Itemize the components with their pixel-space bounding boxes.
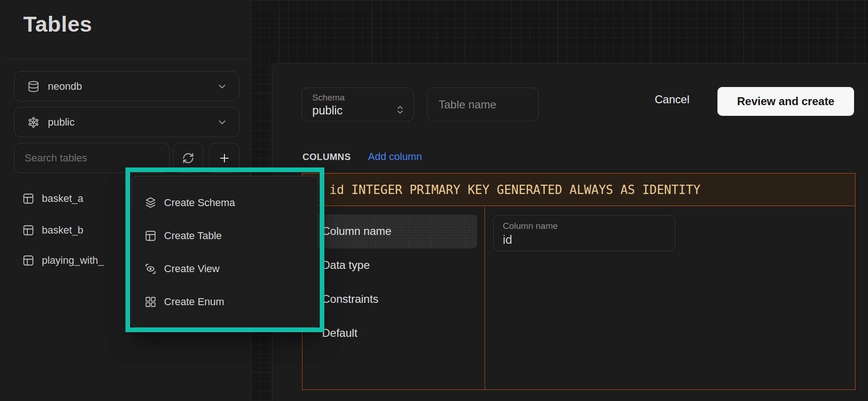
- chevron-down-icon: [217, 81, 228, 92]
- chevrons-up-down-icon: [395, 99, 405, 121]
- tab-constraints[interactable]: Constraints: [310, 282, 477, 316]
- chevron-down-icon: [217, 117, 228, 128]
- refresh-icon: [182, 152, 194, 164]
- table-name-input[interactable]: [427, 87, 539, 121]
- schema-select-sidebar[interactable]: public: [14, 107, 239, 137]
- schema-icon: [27, 116, 39, 128]
- tab-column-name[interactable]: Column name: [310, 214, 477, 248]
- columns-section-heading: COLUMNS: [302, 152, 351, 162]
- cancel-button[interactable]: Cancel: [655, 93, 690, 106]
- view-icon: [145, 263, 157, 275]
- column-sql-row[interactable]: id INTEGER PRIMARY KEY GENERATED ALWAYS …: [302, 174, 855, 206]
- database-select[interactable]: neondb: [14, 71, 239, 101]
- tab-data-type[interactable]: Data type: [310, 248, 477, 282]
- database-icon: [27, 80, 39, 93]
- database-select-value: neondb: [48, 80, 208, 93]
- menu-item-create-table[interactable]: Create Table: [132, 219, 318, 252]
- menu-item-create-enum[interactable]: Create Enum: [132, 285, 318, 318]
- menu-item-create-schema[interactable]: Create Schema: [132, 186, 318, 219]
- schema-select-sidebar-value: public: [48, 116, 208, 128]
- tab-default[interactable]: Default: [310, 316, 477, 350]
- column-editor: id INTEGER PRIMARY KEY GENERATED ALWAYS …: [302, 173, 855, 390]
- schema-select[interactable]: Schema public: [302, 87, 414, 121]
- column-editor-tabs: Column name Data type Constraints Defaul…: [302, 207, 485, 390]
- menu-item-label: Create Schema: [164, 197, 235, 209]
- review-and-create-button[interactable]: Review and create: [717, 87, 854, 116]
- column-editor-field-pane: Column name id: [485, 207, 855, 390]
- menu-item-create-view[interactable]: Create View: [132, 252, 318, 285]
- sidebar-divider: [4, 59, 251, 60]
- table-name: basket_a: [42, 193, 83, 205]
- table-name: playing_with_: [42, 254, 104, 267]
- schema-select-value: public: [312, 103, 345, 117]
- column-name-field-label: Column name: [503, 220, 675, 232]
- search-input[interactable]: [14, 143, 170, 173]
- create-dropdown-menu: Create Schema Create Table Create View C…: [132, 176, 318, 327]
- create-table-panel: Schema public Cancel Review and create C…: [272, 63, 868, 401]
- menu-item-label: Create Table: [164, 230, 222, 242]
- add-column-link[interactable]: Add column: [368, 151, 422, 163]
- table-icon: [22, 193, 34, 205]
- refresh-button[interactable]: [173, 143, 203, 173]
- table-icon: [22, 254, 34, 267]
- column-sql-preview: id INTEGER PRIMARY KEY GENERATED ALWAYS …: [329, 183, 700, 197]
- menu-item-label: Create Enum: [164, 296, 224, 308]
- add-table-button[interactable]: [209, 143, 239, 173]
- schema-select-label: Schema: [312, 92, 345, 103]
- column-name-field-value: id: [503, 232, 675, 247]
- menu-item-label: Create View: [164, 263, 219, 275]
- grid-icon: [145, 296, 157, 308]
- column-name-field[interactable]: Column name id: [493, 215, 675, 251]
- table-name: basket_b: [42, 224, 83, 236]
- table-icon: [22, 224, 34, 236]
- column-editor-body: Column name Data type Constraints Defaul…: [302, 207, 855, 390]
- table-icon: [145, 230, 157, 242]
- page-title: Tables: [23, 11, 92, 37]
- plus-icon: [218, 152, 231, 165]
- layers-icon: [145, 197, 157, 209]
